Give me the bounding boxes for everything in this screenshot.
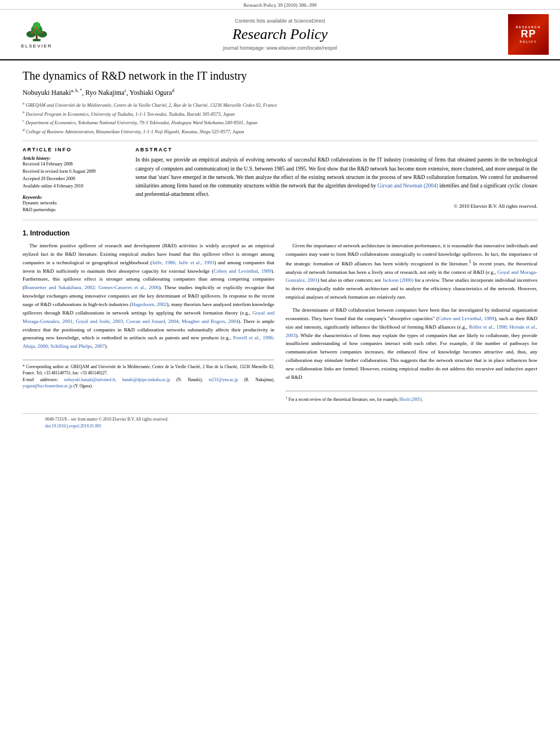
sciencedirect-prefix: Contents lists available at ScienceDirec… xyxy=(235,18,325,24)
accepted-date: Accepted 29 December 2009 xyxy=(23,176,124,183)
journal-header-left: ELSEVIER xyxy=(11,19,68,50)
svg-point-9 xyxy=(34,29,36,30)
intro-left-col: The interfirm positive spillover of rese… xyxy=(23,242,274,402)
svg-point-8 xyxy=(36,27,37,29)
svg-point-7 xyxy=(41,32,42,33)
sciencedirect-line: Contents lists available at ScienceDirec… xyxy=(68,18,492,24)
roller-ref[interactable]: Röller et al., 1998; Hernán et al., 2003 xyxy=(286,324,537,338)
author-sep2: , Yoshiaki Ogura xyxy=(126,89,172,97)
hanaki-sup: a, b, * xyxy=(71,88,82,93)
svg-point-10 xyxy=(38,29,40,30)
jaffe-1986-ref[interactable]: Jaffe, 1986; Jaffe et al., 1993 xyxy=(152,260,214,265)
revised-date: Received in revised form 6 August 2009 xyxy=(23,168,124,176)
rp-badge-main: RP xyxy=(520,29,536,39)
intro-heading: 1. Introduction xyxy=(23,229,537,237)
issn-text: 0048-7333/$ – see front matter © 2010 El… xyxy=(45,416,168,422)
powell-ref[interactable]: Powell et al., 1996; Ahuja, 2000; Schill… xyxy=(23,335,274,349)
history-label: Article history: xyxy=(23,156,124,161)
keywords-section: Keywords: Dynamic networks R&D partnersh… xyxy=(23,195,124,215)
main-content: The dynamics of R&D network in the IT in… xyxy=(0,60,560,443)
journal-header-right: RESEARCH RP POLICY xyxy=(492,14,549,55)
received-date: Received 14 February 2008 xyxy=(23,161,124,168)
ogura-sup: d xyxy=(172,88,174,93)
abstract-label: ABSTRACT xyxy=(135,147,537,152)
keyword-2: R&D partnerships xyxy=(23,207,124,214)
journal-header: ELSEVIER Contents lists available at Sci… xyxy=(0,10,560,60)
rule-2 xyxy=(23,220,537,220)
topbar: Research Policy 39 (2010) 386–399 xyxy=(0,0,560,10)
footnote-area: * Corresponding author at: GREQAM and Un… xyxy=(23,360,274,389)
bottom-left: 0048-7333/$ – see front matter © 2010 El… xyxy=(45,416,168,429)
abstract-text: In this paper, we provide an empirical a… xyxy=(135,156,537,199)
elsevier-wordmark: ELSEVIER xyxy=(21,43,52,49)
keyword-1: Dynamic networks xyxy=(23,200,124,207)
elsevier-tree-icon xyxy=(23,21,51,42)
rp-badge: RESEARCH RP POLICY xyxy=(508,14,549,55)
email-nakajima[interactable]: rn231@ynu.ac.jp xyxy=(209,377,238,382)
girvan-newman-ref[interactable]: Girvan and Newman (2004) xyxy=(378,183,438,189)
journal-header-center: Contents lists available at ScienceDirec… xyxy=(68,18,492,51)
topbar-text: Research Policy 39 (2010) 386–399 xyxy=(243,2,316,8)
bottom-bar: 0048-7333/$ – see front matter © 2010 El… xyxy=(23,413,537,431)
intro-right-para-1: Given the importance of network architec… xyxy=(286,242,537,302)
journal-homepage: journal homepage: www.elsevier.com/locat… xyxy=(68,45,492,51)
cohen-levinthal-2-ref[interactable]: Cohen and Levinthal, 1989 xyxy=(438,316,495,321)
journal-title: Research Policy xyxy=(68,26,492,43)
introduction-section: 1. Introduction The interfirm positive s… xyxy=(23,229,537,402)
article-history: Article history: Received 14 February 20… xyxy=(23,156,124,190)
keywords-label: Keywords: xyxy=(23,195,124,200)
elsevier-logo: ELSEVIER xyxy=(11,19,62,50)
article-info-label: ARTICLE INFO xyxy=(23,147,124,152)
bloch-ref[interactable]: Bloch (2005) xyxy=(400,396,422,401)
rp-badge-sub: POLICY xyxy=(520,40,537,43)
intro-body-cols: The interfirm positive spillover of rese… xyxy=(23,242,537,402)
email-ogura[interactable]: yogura@ba.ritsumeikan.ac.jp xyxy=(23,383,72,388)
affil-c: c Department of Economics, Yokohama Nati… xyxy=(23,118,537,126)
affiliations: a GREQAM and Université de la Méditerané… xyxy=(23,101,537,135)
branstetter-ref[interactable]: Branstetter and Sakakibara, 2002; Gomes-… xyxy=(24,285,159,290)
email-hanaki2[interactable]: hanaki@dpipe.tsukuba.ac.jp xyxy=(122,377,170,382)
affil-b: b Doctoral Program in Economics, Univers… xyxy=(23,110,537,118)
email-hanaki[interactable]: nobuyuki.hanaki@univmed.fr xyxy=(64,377,115,382)
author-sep1: , Ryo Nakajima xyxy=(82,89,124,97)
article-info-col: ARTICLE INFO Article history: Received 1… xyxy=(23,147,124,214)
footnote-star: * Corresponding author at: GREQAM and Un… xyxy=(23,364,274,377)
info-abstract-section: ARTICLE INFO Article history: Received 1… xyxy=(23,147,537,214)
intro-right-col: Given the importance of network architec… xyxy=(286,242,537,402)
doi-text: doi:10.1016/j.respol.2010.01.001 xyxy=(45,423,168,429)
affil-a: a GREQAM and Université de la Méditerané… xyxy=(23,101,537,109)
author-hanaki: Nobuyuki Hanaki xyxy=(23,89,71,97)
article-title: The dynamics of R&D network in the IT in… xyxy=(23,69,537,82)
goyal-moraga-ref[interactable]: Goyal and Moraga-Gonzalez, 2001; Goyal a… xyxy=(23,310,274,324)
jackson-2006-ref[interactable]: Jackson (2006) xyxy=(382,277,413,283)
affil-d: d College of Business Administration, Ri… xyxy=(23,127,537,136)
rule-1 xyxy=(23,141,537,141)
hagedoorn-ref[interactable]: Hagedoorn, 2002 xyxy=(132,302,167,307)
homepage-text: journal homepage: www.elsevier.com/locat… xyxy=(223,45,337,51)
footnote1-area: 1 For a recent review of the theoretical… xyxy=(286,391,537,403)
intro-right-para-2: The determinants of R&D collaboration be… xyxy=(286,306,537,382)
available-date: Available online 4 February 2010 xyxy=(23,183,124,190)
authors-line: Nobuyuki Hanakia, b, *, Ryo Nakajimac, Y… xyxy=(23,88,537,97)
intro-para-1: The interfirm positive spillover of rese… xyxy=(23,242,274,351)
abstract-col: ABSTRACT In this paper, we provide an em… xyxy=(135,147,537,214)
copyright-line: © 2010 Elsevier B.V. All rights reserved… xyxy=(135,203,537,209)
cohen-levinthal-ref[interactable]: Cohen and Levinthal, 1989 xyxy=(213,268,271,274)
footnote-1-text: 1 For a recent review of the theoretical… xyxy=(286,395,537,403)
page: Research Policy 39 (2010) 386–399 xyxy=(0,0,560,747)
svg-point-6 xyxy=(31,32,33,33)
footnote-email: E-mail addresses: nobuyuki.hanaki@univme… xyxy=(23,377,274,390)
